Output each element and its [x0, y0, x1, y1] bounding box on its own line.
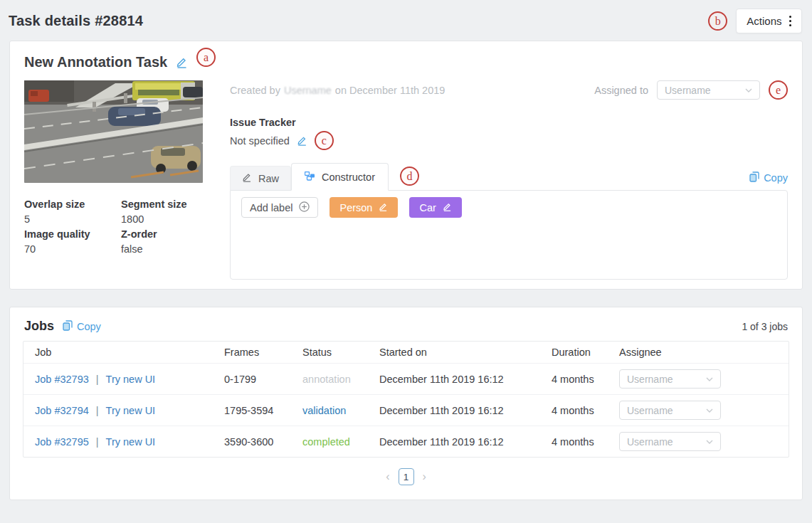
job-link[interactable]: Job #32794	[35, 405, 89, 416]
started-cell: December 11th 2019 16:12	[379, 374, 552, 385]
copy-jobs-link[interactable]: Copy	[63, 320, 101, 333]
constructor-blocks-icon	[305, 171, 315, 183]
label-tag-person[interactable]: Person	[329, 197, 398, 218]
status-cell: annotation	[302, 374, 379, 385]
assigned-to-label: Assigned to	[594, 85, 648, 96]
parameter-z-order: Z-order false	[121, 227, 203, 257]
column-status: Status	[302, 347, 379, 358]
duration-cell: 4 months	[552, 374, 619, 385]
job-row: Job #32793 | Try new UI 0-1799 annotatio…	[23, 363, 789, 394]
column-assignee: Assignee	[619, 347, 789, 358]
task-right-column: Created by Username on December 11th 201…	[230, 80, 788, 280]
job-assignee-select[interactable]: Username	[619, 401, 721, 420]
duration-cell: 4 months	[552, 436, 619, 448]
job-link[interactable]: Job #32795	[35, 436, 89, 448]
started-cell: December 11th 2019 16:12	[379, 436, 552, 448]
jobs-header: Jobs Copy 1 of 3 jobs	[23, 317, 789, 334]
header-actions-area: b Actions	[708, 9, 802, 33]
task-parameters: Overlap size 5 Segment size 1800 Image q…	[24, 197, 203, 257]
edit-label-icon	[443, 202, 452, 213]
label-tag-car[interactable]: Car	[409, 197, 461, 218]
jobs-count: 1 of 3 jobs	[742, 321, 788, 332]
created-username: Username	[284, 85, 332, 96]
parameter-label: Image quality	[24, 227, 121, 242]
edit-label-icon	[379, 202, 388, 213]
created-row: Created by Username on December 11th 201…	[230, 80, 788, 100]
job-assignee-select[interactable]: Username	[619, 432, 721, 451]
parameter-segment-size: Segment size 1800	[121, 197, 203, 227]
job-assignee-value: Username	[627, 436, 673, 448]
callout-e: e	[769, 80, 788, 100]
callout-a: a	[196, 48, 216, 67]
task-body: Overlap size 5 Segment size 1800 Image q…	[24, 80, 788, 280]
pagination-next-button[interactable]: ›	[423, 471, 426, 482]
label-tag-name: Person	[339, 202, 372, 213]
issue-tracker-block: Issue Tracker Not specified c	[230, 117, 788, 150]
try-new-ui-link[interactable]: Try new UI	[106, 405, 156, 416]
jobs-table-header: Job Frames Status Started on Duration As…	[23, 342, 789, 363]
try-new-ui-link[interactable]: Try new UI	[106, 436, 156, 448]
chevron-down-icon	[706, 408, 713, 413]
chevron-down-icon	[706, 377, 713, 381]
edit-task-name-icon[interactable]	[176, 56, 188, 68]
assignee-select[interactable]: Username	[657, 80, 760, 100]
copy-link-label: Copy	[77, 321, 101, 332]
callout-b: b	[708, 11, 727, 31]
column-duration: Duration	[552, 347, 619, 358]
plus-circle-icon	[299, 201, 310, 214]
pencil-icon	[242, 172, 252, 184]
chevron-down-icon	[745, 88, 752, 93]
copy-icon	[63, 320, 73, 333]
edit-issue-tracker-icon[interactable]	[297, 135, 307, 146]
tab-raw-label: Raw	[258, 173, 279, 184]
jobs-table: Job Frames Status Started on Duration As…	[23, 341, 789, 458]
pagination-prev-button[interactable]: ‹	[386, 471, 389, 482]
job-assignee-value: Username	[627, 405, 673, 416]
callout-c: c	[315, 131, 334, 150]
pagination-page-1[interactable]: 1	[399, 468, 414, 485]
parameter-image-quality: Image quality 70	[24, 227, 121, 257]
labels-constructor-panel: Add label Person Car	[230, 190, 788, 280]
job-row: Job #32795 | Try new UI 3590-3600 comple…	[23, 426, 789, 457]
task-name: New Annotation Task	[24, 54, 167, 70]
task-name-row: New Annotation Task a	[24, 54, 788, 70]
page-header: Task details #28814 b Actions	[0, 0, 812, 41]
try-new-ui-link[interactable]: Try new UI	[106, 374, 156, 385]
tab-raw[interactable]: Raw	[230, 166, 291, 190]
add-label-button-text: Add label	[250, 202, 292, 213]
frames-cell: 0-1799	[224, 374, 302, 385]
duration-cell: 4 months	[552, 405, 619, 416]
tab-constructor[interactable]: Constructor	[291, 163, 389, 191]
jobs-pagination: ‹ 1 ›	[23, 468, 789, 485]
parameter-label: Z-order	[121, 227, 203, 242]
add-label-button[interactable]: Add label	[241, 197, 318, 218]
labels-tabs: Raw Constructor d Copy	[230, 163, 788, 190]
column-frames: Frames	[224, 347, 302, 358]
copy-icon	[749, 171, 759, 184]
assignee-select-value: Username	[665, 85, 711, 96]
issue-tracker-value: Not specified	[230, 135, 290, 147]
label-tag-name: Car	[419, 202, 436, 213]
job-link[interactable]: Job #32793	[35, 374, 89, 385]
status-cell: completed	[302, 436, 379, 448]
issue-tracker-label: Issue Tracker	[230, 117, 788, 128]
chevron-down-icon	[706, 440, 713, 444]
jobs-card: Jobs Copy 1 of 3 jobs Job Frames Status …	[9, 307, 803, 500]
frames-cell: 1795-3594	[224, 405, 302, 416]
copy-labels-link[interactable]: Copy	[749, 171, 788, 184]
link-divider: |	[96, 436, 99, 448]
parameter-value: 70	[24, 242, 121, 257]
status-cell: validation	[302, 405, 379, 416]
actions-button[interactable]: Actions	[736, 9, 802, 33]
column-started-on: Started on	[379, 347, 552, 358]
job-row: Job #32794 | Try new UI 1795-3594 valida…	[23, 394, 789, 426]
task-left-column: Overlap size 5 Segment size 1800 Image q…	[24, 80, 203, 280]
actions-button-label: Actions	[747, 15, 781, 27]
parameter-value: false	[121, 242, 203, 257]
job-assignee-select[interactable]: Username	[619, 369, 721, 389]
jobs-title: Jobs	[24, 319, 54, 334]
parameter-label: Overlap size	[24, 197, 121, 212]
created-prefix: Created by	[230, 85, 280, 96]
link-divider: |	[96, 405, 99, 416]
tab-constructor-label: Constructor	[322, 171, 375, 183]
